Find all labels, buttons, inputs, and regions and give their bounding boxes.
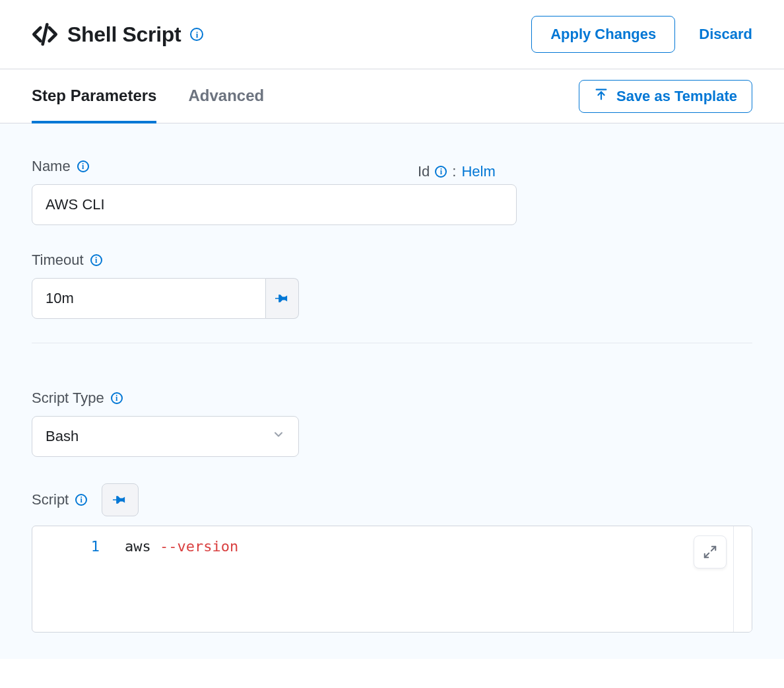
- timeout-input[interactable]: [32, 278, 266, 319]
- line-gutter: 1: [32, 526, 118, 632]
- line-number: 1: [91, 538, 100, 555]
- timeout-field: Timeout i: [32, 252, 752, 319]
- chevron-down-icon: [272, 428, 285, 445]
- info-icon[interactable]: i: [90, 254, 102, 266]
- script-type-field: Script Type i Bash: [32, 390, 752, 457]
- timeout-label: Timeout: [32, 252, 84, 269]
- divider: [32, 343, 752, 343]
- tab-step-parameters[interactable]: Step Parameters: [32, 69, 156, 123]
- code-token-flag: --version: [160, 538, 238, 555]
- upload-icon: [594, 87, 608, 106]
- info-icon[interactable]: i: [435, 166, 447, 178]
- id-label: Id: [418, 163, 430, 180]
- save-as-template-label: Save as Template: [616, 88, 737, 105]
- page-title: Shell Script: [67, 22, 181, 47]
- info-icon[interactable]: i: [190, 28, 203, 41]
- svg-line-0: [43, 24, 48, 44]
- script-type-select[interactable]: Bash: [32, 416, 299, 457]
- pin-button[interactable]: [266, 278, 299, 319]
- tabs: Step Parameters Advanced: [32, 69, 264, 123]
- script-field: Script i 1 aws --version: [32, 483, 752, 633]
- code-editor[interactable]: 1 aws --version: [32, 526, 752, 633]
- code-icon: [32, 21, 58, 48]
- info-icon[interactable]: i: [75, 494, 87, 506]
- id-value[interactable]: Helm: [461, 163, 495, 180]
- scrollbar-track[interactable]: [733, 526, 752, 632]
- save-as-template-button[interactable]: Save as Template: [579, 80, 752, 113]
- info-icon[interactable]: i: [77, 160, 89, 172]
- header-actions: Apply Changes Discard: [531, 16, 752, 53]
- expand-button[interactable]: [694, 535, 727, 568]
- script-type-label: Script Type: [32, 390, 104, 407]
- tab-advanced[interactable]: Advanced: [188, 69, 264, 123]
- id-separator: :: [452, 163, 456, 180]
- info-icon[interactable]: i: [111, 392, 123, 404]
- apply-changes-button[interactable]: Apply Changes: [531, 16, 675, 53]
- form-body: Name i Id i : Helm Timeout i Script Ty: [0, 123, 784, 659]
- code-token-cmd: aws: [125, 538, 160, 555]
- header: Shell Script i Apply Changes Discard: [0, 0, 784, 69]
- name-field: Name i Id i : Helm: [32, 158, 752, 225]
- discard-button[interactable]: Discard: [699, 26, 752, 43]
- code-area[interactable]: aws --version: [118, 526, 752, 632]
- pin-button[interactable]: [102, 483, 139, 516]
- name-label: Name: [32, 158, 71, 175]
- name-input[interactable]: [32, 184, 517, 225]
- script-label: Script: [32, 491, 69, 508]
- tabs-row: Step Parameters Advanced Save as Templat…: [0, 69, 784, 123]
- header-left: Shell Script i: [32, 21, 203, 48]
- id-block: Id i : Helm: [418, 162, 496, 180]
- script-type-value: Bash: [46, 428, 79, 445]
